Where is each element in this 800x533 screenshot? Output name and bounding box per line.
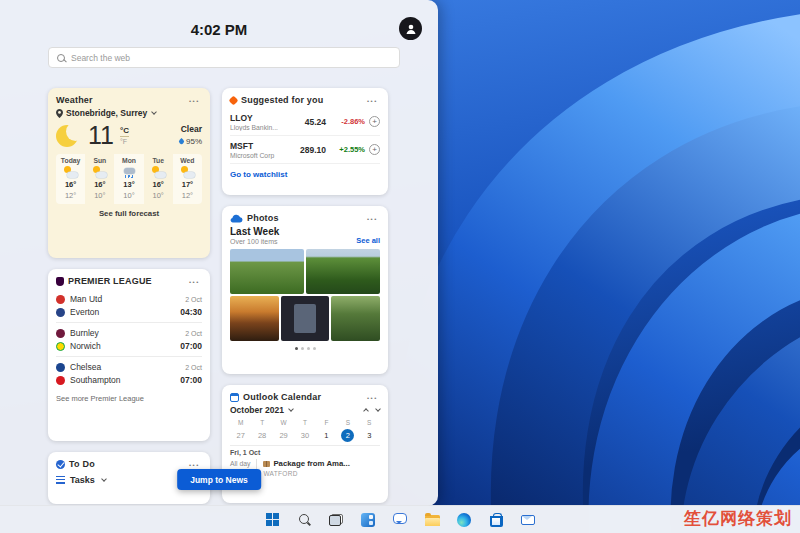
calendar-date[interactable]: 30 xyxy=(294,429,315,442)
taskbar-search-button[interactable] xyxy=(292,509,316,531)
package-icon xyxy=(263,461,270,467)
more-options-icon[interactable] xyxy=(365,213,380,223)
calendar-month-row: October 2021 xyxy=(230,405,380,415)
weather-location-selector[interactable]: Stonebridge, Surrey xyxy=(56,108,202,118)
location-pin-icon xyxy=(56,109,63,118)
see-full-forecast-link[interactable]: See full forecast xyxy=(56,209,202,218)
match-row[interactable]: Chelsea 2 Oct Southampton 07:00 xyxy=(56,357,202,390)
search-icon xyxy=(298,513,311,526)
task-list-icon xyxy=(56,476,65,484)
photo-thumbnail[interactable] xyxy=(230,296,279,341)
person-icon xyxy=(405,23,417,35)
event-location: WATFORD xyxy=(263,470,349,477)
southampton-crest-icon xyxy=(56,376,65,385)
unit-toggle[interactable]: °C °F xyxy=(120,126,129,145)
photo-collage xyxy=(230,249,380,341)
pagination-dots xyxy=(230,347,380,350)
more-options-icon[interactable] xyxy=(365,95,380,105)
folder-icon xyxy=(425,515,440,526)
page-dot[interactable] xyxy=(301,347,304,350)
photos-count: Over 100 items xyxy=(230,238,279,245)
norwich-crest-icon xyxy=(56,342,65,351)
calendar-header: Outlook Calendar xyxy=(230,392,380,402)
unit-celsius[interactable]: °C xyxy=(120,126,129,137)
divider xyxy=(230,445,380,446)
forecast-day: Sun 16° 10° xyxy=(85,154,114,204)
taskbar-file-explorer-button[interactable] xyxy=(420,509,444,531)
weather-widget: Weather Stonebridge, Surrey 11 xyxy=(48,88,210,258)
current-temperature: 11 xyxy=(88,123,114,148)
photo-thumbnail[interactable] xyxy=(306,249,380,294)
taskbar-store-button[interactable] xyxy=(484,509,508,531)
widgets-panel: 4:02 PM Weather xyxy=(0,0,438,506)
stock-row[interactable]: LLOY Lloyds Bankin... 45.24 -2.86% xyxy=(230,108,380,136)
go-to-watchlist-link[interactable]: Go to watchlist xyxy=(230,170,380,179)
taskbar-mail-button[interactable] xyxy=(516,509,540,531)
taskbar-task-view-button[interactable] xyxy=(324,509,348,531)
taskbar-start-button[interactable] xyxy=(260,509,284,531)
edge-browser-icon xyxy=(457,513,471,527)
add-to-watchlist-icon[interactable] xyxy=(369,116,380,127)
stocks-title: Suggested for you xyxy=(241,95,323,105)
watermark: 笙亿网络策划 xyxy=(684,507,792,530)
previous-week-icon[interactable] xyxy=(363,408,369,414)
page-dot[interactable] xyxy=(307,347,310,350)
calendar-date[interactable]: 29 xyxy=(273,429,294,442)
calendar-date[interactable]: 28 xyxy=(251,429,272,442)
weather-condition-icon xyxy=(63,166,78,178)
calendar-grid: M T W T F S S 27 28 29 30 1 2 3 xyxy=(230,418,380,442)
more-options-icon[interactable] xyxy=(365,392,380,402)
forecast-day: Mon 13° 10° xyxy=(114,154,143,204)
photos-subheader: Last Week Over 100 items See all xyxy=(230,226,380,245)
todo-title: To Do xyxy=(69,459,95,469)
weather-header: Weather xyxy=(56,95,202,105)
photo-thumbnail[interactable] xyxy=(230,249,304,294)
match-row[interactable]: Burnley 2 Oct Norwich 07:00 xyxy=(56,323,202,357)
user-avatar[interactable] xyxy=(399,17,422,40)
match-row[interactable]: Man Utd 2 Oct Everton 04:30 xyxy=(56,289,202,323)
calendar-date[interactable]: 1 xyxy=(316,429,337,442)
burnley-crest-icon xyxy=(56,329,65,338)
mail-envelope-icon xyxy=(521,515,535,525)
weather-condition-icon xyxy=(122,166,137,178)
search-input[interactable] xyxy=(71,53,392,63)
microsoft-store-icon xyxy=(490,516,503,527)
unit-fahrenheit[interactable]: °F xyxy=(120,138,127,145)
calendar-date[interactable]: 27 xyxy=(230,429,251,442)
calendar-icon xyxy=(230,393,239,402)
stock-row[interactable]: MSFT Microsoft Corp 289.10 +2.55% xyxy=(230,136,380,164)
taskbar-widgets-button[interactable] xyxy=(356,509,380,531)
taskbar-chat-button[interactable] xyxy=(388,509,412,531)
stocks-header: Suggested for you xyxy=(230,95,380,105)
page-dot[interactable] xyxy=(295,347,298,350)
event-day-heading: Fri, 1 Oct xyxy=(230,449,380,456)
stocks-widget: Suggested for you LLOY Lloyds Bankin... … xyxy=(222,88,388,195)
see-more-premier-league-link[interactable]: See more Premier League xyxy=(56,394,202,403)
taskbar-edge-button[interactable] xyxy=(452,509,476,531)
see-all-link[interactable]: See all xyxy=(356,236,380,245)
league-header: PREMIER LEAGUE xyxy=(56,276,202,286)
humidity-drop-icon xyxy=(178,138,185,145)
jump-to-news-button[interactable]: Jump to News xyxy=(177,469,261,490)
add-to-watchlist-icon[interactable] xyxy=(369,144,380,155)
photo-thumbnail[interactable] xyxy=(331,296,380,341)
suggestion-spark-icon xyxy=(229,95,239,105)
more-options-icon[interactable] xyxy=(187,459,202,469)
photos-heading: Last Week xyxy=(230,226,279,237)
task-view-icon xyxy=(329,514,343,526)
calendar-selected-date[interactable]: 2 xyxy=(341,429,354,442)
page-dot[interactable] xyxy=(313,347,316,350)
forecast-strip: Today 16° 12° Sun 16° 10° Mon xyxy=(56,154,202,204)
month-selector[interactable]: October 2021 xyxy=(230,405,284,415)
more-options-icon[interactable] xyxy=(187,276,202,286)
more-options-icon[interactable] xyxy=(187,95,202,105)
web-search-bar[interactable] xyxy=(48,47,400,68)
todo-header: To Do xyxy=(56,459,202,469)
panel-clock: 4:02 PM xyxy=(0,21,438,38)
photo-thumbnail[interactable] xyxy=(281,296,330,341)
next-week-icon[interactable] xyxy=(375,406,381,412)
calendar-date[interactable]: 3 xyxy=(359,429,380,442)
humidity: 95% xyxy=(179,137,202,146)
everton-crest-icon xyxy=(56,308,65,317)
chevron-down-icon xyxy=(288,406,294,412)
